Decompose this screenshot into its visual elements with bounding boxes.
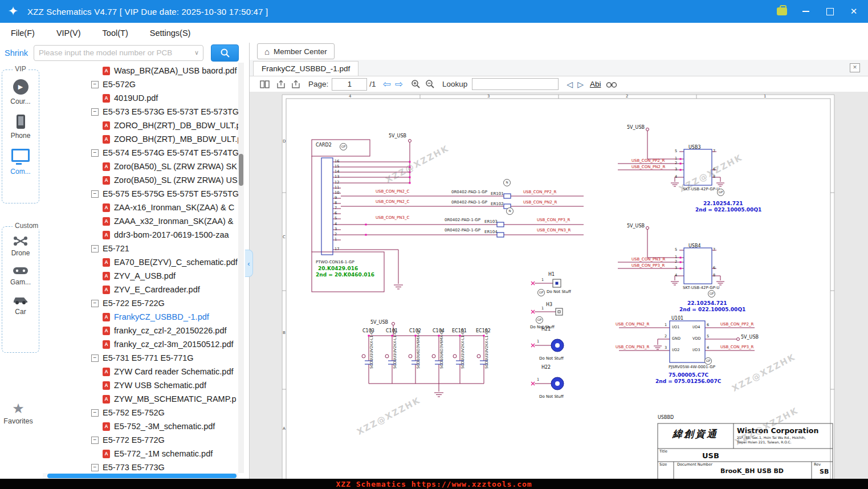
schematic-label: USB_CON_PP3_R: [720, 345, 753, 349]
maximize-button[interactable]: [825, 6, 835, 17]
collapse-icon[interactable]: −: [91, 464, 99, 471]
sidebar-item-favorites[interactable]: ★ Favorites: [0, 402, 36, 425]
tree-file-row[interactable]: AWasp_BR(ZABA)_USB baord.pdf: [43, 64, 238, 78]
collapse-icon[interactable]: −: [91, 190, 99, 198]
schematic-label: 3: [665, 346, 667, 350]
tree-folder-row[interactable]: −E5-722 E5-722G: [43, 296, 238, 310]
tree-file-row[interactable]: AFrankyCZ_USBBD_-1.pdf: [43, 310, 238, 324]
schematic-label: 17: [335, 247, 339, 251]
sidebar-item-drone[interactable]: Drone: [2, 236, 39, 257]
schematic-label: USB_CON_PN3_R: [631, 258, 665, 262]
tree-file-row[interactable]: AZORO_BH(ZRT)_DB_BDW_ULT.p: [43, 119, 238, 132]
pdf-icon: A: [103, 121, 110, 130]
close-document-icon[interactable]: ✕: [850, 63, 860, 72]
sidebar-item-label: Cour...: [10, 97, 30, 105]
tree-file-row[interactable]: Afranky_cz_czl-2_20150226.pdf: [43, 324, 238, 337]
collapse-icon[interactable]: −: [91, 108, 99, 116]
menu-tool[interactable]: Tool(T): [92, 28, 139, 38]
document-tab[interactable]: FrankyCZ_USBBD_-1.pdf: [253, 61, 358, 76]
tree-folder-row[interactable]: −E5-772 E5-772G: [43, 433, 238, 447]
sidebar-item-game[interactable]: Gam...: [2, 266, 39, 286]
schematic-label: Size: [659, 463, 667, 467]
collapse-icon[interactable]: −: [91, 354, 99, 362]
previous-view-icon[interactable]: ⇦: [383, 79, 391, 89]
chevron-down-icon[interactable]: ∨: [194, 49, 199, 56]
tree-folder-row[interactable]: −E5-752 E5-752G: [43, 406, 238, 419]
tree-horizontal-scroll-thumb[interactable]: [47, 474, 237, 478]
collapse-icon[interactable]: −: [91, 245, 99, 252]
tree-folder-row[interactable]: −E5-572G: [43, 78, 238, 91]
zoom-in-icon[interactable]: [411, 79, 421, 89]
sidebar-item-course[interactable]: ▶ Cour...: [2, 79, 39, 105]
tree-folder-row[interactable]: −E5-773 E5-773G: [43, 461, 238, 474]
menu-file[interactable]: File(F): [0, 28, 46, 38]
sidebar-item-computer[interactable]: Com...: [2, 149, 39, 176]
schematic-label: 2: [626, 95, 628, 99]
tree-file-row[interactable]: AZYW Card reader Schematic.pdf: [43, 365, 238, 378]
pdf-icon: A: [103, 450, 110, 458]
two-page-view-icon[interactable]: [260, 80, 270, 88]
pdf-viewer[interactable]: 4321DCBA5V_USBCARD2GP1615141312111098765…: [250, 92, 868, 479]
tree-folder-row[interactable]: −E5-731 E5-771 E5-771G: [43, 351, 238, 365]
tree-file-row[interactable]: AEA70_BE(ZYV)_C_schematic.pdf: [43, 255, 238, 269]
tree-file-row[interactable]: AZAA-x16_Ironman_SK(ZAA) & C: [43, 201, 238, 214]
sidebar-group-vip-label: VIP: [13, 65, 28, 73]
tree-vertical-scrollbar[interactable]: [238, 63, 244, 473]
tree-file-row[interactable]: AZAAA_x32_Ironman_SK(ZAA) &: [43, 214, 238, 228]
schematic-label: GP: [536, 316, 543, 324]
pdf-icon: A: [103, 368, 110, 376]
schematic-label: USB_CON_PN3_R: [616, 345, 649, 349]
binoculars-search-icon[interactable]: [606, 80, 617, 88]
tree-file-row[interactable]: AZYW_MB_SCHEMATIC_RAMP.p: [43, 392, 238, 406]
tree-folder-row[interactable]: −E5-575 E5-575G E5-575T E5-575TG: [43, 187, 238, 201]
next-match-icon[interactable]: ▷: [577, 80, 584, 88]
menu-vip[interactable]: VIP(V): [46, 28, 92, 38]
sidebar-item-car[interactable]: Car: [2, 295, 39, 316]
tree-item-label: franky_cz_czl-2_20150226.pdf: [114, 326, 227, 335]
tree-folder-row[interactable]: −E5-574 E5-574G E5-574T E5-574TG: [43, 146, 238, 160]
tree-file-row[interactable]: AE5-772_-1M schematic.pdf: [43, 447, 238, 461]
tree-file-row[interactable]: AZoro(BA50)_SL (ZRW ZRWA) SK: [43, 160, 238, 173]
collapse-icon[interactable]: −: [91, 409, 99, 417]
panel-collapse-handle[interactable]: ‹: [245, 250, 253, 277]
tree-folder-row[interactable]: −E5-573 E5-573G E5-573T E5-573TG: [43, 105, 238, 119]
collapse-icon[interactable]: −: [91, 149, 99, 157]
collapse-icon[interactable]: −: [91, 81, 99, 88]
search-button[interactable]: [211, 44, 239, 62]
tree-file-row[interactable]: AZYV_A_USB.pdf: [43, 269, 238, 283]
schematic-label: 5V_USB: [741, 335, 759, 340]
tree-file-row[interactable]: AZoro(BA50)_SL (ZRW ZRWA) US: [43, 173, 238, 187]
page-number-input[interactable]: [332, 78, 367, 91]
tree-file-row[interactable]: AZORO_BH(ZRT)_MB_BDW_ULT.p: [43, 132, 238, 146]
schematic-label: 12: [335, 181, 339, 185]
lookup-input[interactable]: [472, 78, 559, 90]
tree-file-row[interactable]: AZYV_E_Cardreader.pdf: [43, 283, 238, 296]
collapse-icon[interactable]: −: [91, 437, 99, 444]
tree-file-row[interactable]: AE5-752_-3M_schematic.pdf: [43, 419, 238, 433]
minimize-button[interactable]: [801, 6, 811, 17]
shrink-button[interactable]: Shrink: [5, 48, 28, 58]
tree-file-row[interactable]: Addr3-bom-2017-0619-1500-zaa: [43, 228, 238, 242]
member-center-button[interactable]: ⌂ Member Center: [257, 43, 335, 59]
search-input[interactable]: [34, 48, 194, 57]
zoom-out-icon[interactable]: [425, 79, 435, 89]
extract-page-icon[interactable]: [276, 80, 286, 88]
close-button[interactable]: ✕: [849, 6, 859, 17]
tree-file-row[interactable]: Afranky_cz_czl-3m_20150512.pdf: [43, 337, 238, 351]
match-case-toggle[interactable]: Abi: [590, 80, 601, 88]
schematic-label: XZZ@XZZHK: [356, 396, 422, 437]
previous-match-icon[interactable]: ◁: [567, 80, 573, 88]
schematic-label: 13: [335, 175, 339, 179]
tree-file-row[interactable]: AZYW USB Schematic.pdf: [43, 378, 238, 392]
tree-folder-row[interactable]: −E5-721: [43, 242, 238, 255]
tree-file-row[interactable]: A4019UD.pdf: [43, 91, 238, 105]
collapse-icon[interactable]: −: [91, 300, 99, 307]
tree-item-label: E5-772_-1M schematic.pdf: [114, 449, 213, 458]
tree-horizontal-scrollbar[interactable]: [43, 473, 238, 479]
snapshot-icon[interactable]: [291, 80, 300, 88]
tree-vertical-scroll-thumb[interactable]: [239, 154, 243, 186]
sidebar-item-phone[interactable]: Phone: [2, 115, 39, 140]
vip-box-icon[interactable]: [777, 7, 787, 15]
next-view-icon[interactable]: ⇨: [395, 79, 403, 89]
menu-settings[interactable]: Settings(S): [139, 28, 202, 38]
